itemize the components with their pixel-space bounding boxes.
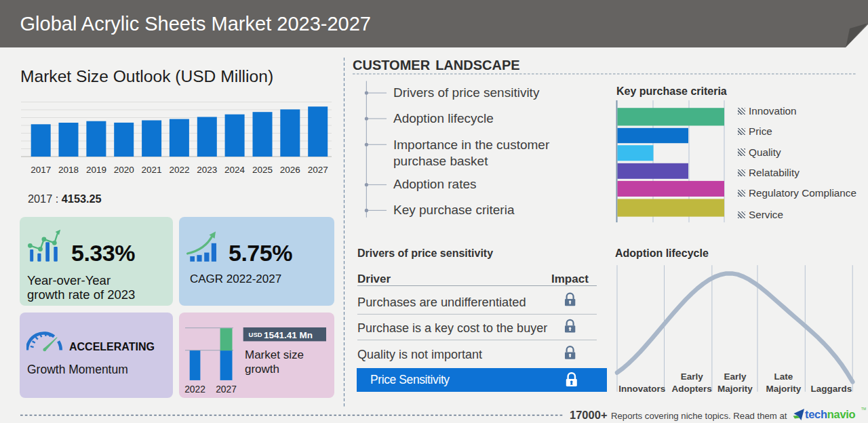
svg-text:USD: USD	[249, 331, 262, 338]
svg-text:Late: Late	[774, 371, 793, 382]
svg-text:Early: Early	[724, 371, 747, 382]
svg-text:TM: TM	[861, 407, 866, 411]
svg-text:2026: 2026	[280, 165, 300, 175]
svg-text:Adopters: Adopters	[672, 384, 712, 394]
svg-text:2024: 2024	[224, 165, 245, 175]
svg-text:2022: 2022	[169, 165, 189, 175]
svg-text:2027: 2027	[308, 165, 328, 175]
svg-text:2023: 2023	[197, 165, 217, 175]
svg-text:Majority: Majority	[717, 384, 753, 394]
svg-text:2025: 2025	[252, 165, 273, 175]
svg-text:2017: 2017	[31, 165, 51, 175]
svg-text:Innovators: Innovators	[618, 384, 665, 394]
svg-text:2021: 2021	[142, 165, 162, 175]
svg-text:2020: 2020	[114, 165, 134, 175]
svg-text:technavio: technavio	[805, 408, 856, 420]
svg-text:2022: 2022	[184, 384, 205, 395]
svg-text:1541.41 Mn: 1541.41 Mn	[264, 330, 313, 340]
svg-text:2019: 2019	[86, 165, 106, 175]
svg-text:Majority: Majority	[766, 384, 801, 394]
svg-text:2018: 2018	[58, 165, 79, 175]
svg-text:Laggards: Laggards	[811, 384, 852, 394]
svg-text:2027: 2027	[216, 384, 237, 395]
svg-text:Early: Early	[681, 371, 704, 382]
